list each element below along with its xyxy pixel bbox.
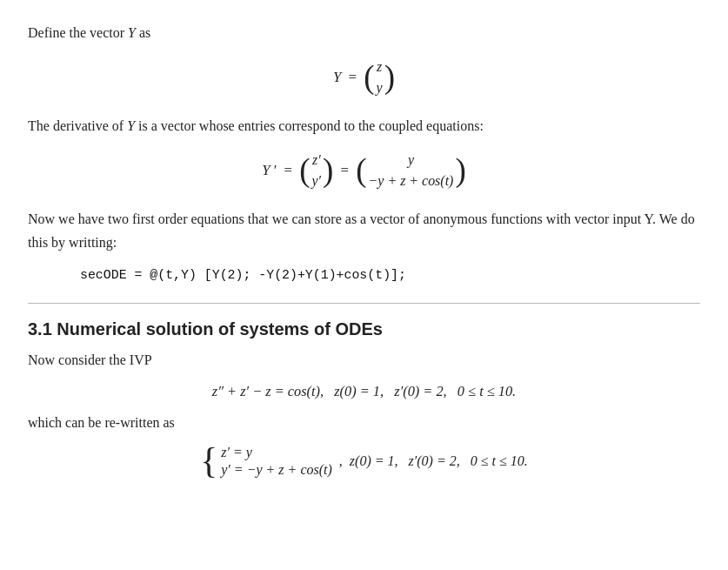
as-word: as (139, 25, 150, 40)
y-formula-row: Y = ( z y ) (28, 57, 700, 98)
y-vector-bot: y (377, 77, 383, 98)
numerical-section: 3.1 Numerical solution of systems of ODE… (28, 319, 700, 477)
equals-sign: = (344, 69, 360, 86)
rhs-bot: −y + z + cos(t) (369, 171, 454, 191)
system-eq2: y′ = −y + z + cos(t) (221, 462, 332, 478)
rhs-vector-wrap: ( y −y + z + cos(t) ) (356, 150, 465, 191)
system-block: { z′ = y y′ = −y + z + cos(t) , z(0) = 1… (28, 445, 700, 478)
rewrite-text: which can be re-written as (28, 411, 700, 434)
ivp-intro-text: Now consider the IVP (28, 348, 700, 372)
rhs-vector: y −y + z + cos(t) (369, 150, 454, 191)
yprime-vector: z′ y′ (312, 150, 322, 191)
section-heading: 3.1 Numerical solution of systems of ODE… (28, 319, 700, 339)
comma-separator: , (339, 453, 350, 469)
yprime-row: Y′ = ( z′ y′ ) = ( y −y + z + cos(t) ) (28, 150, 700, 191)
left-brace: { (200, 445, 217, 477)
two-foe-paragraph: Now we have two first order equations th… (28, 207, 700, 254)
derivative-text: The derivative of (28, 118, 124, 133)
derivative-rest: is a vector whose entries correspond to … (138, 118, 484, 133)
prime-lhs: ′ (274, 162, 277, 179)
system-equations: z′ = y y′ = −y + z + cos(t) (221, 445, 332, 478)
yprime-formula: Y′ = ( z′ y′ ) = ( y −y + z + cos(t) ) (28, 150, 700, 191)
right-paren: ) (384, 64, 395, 91)
rp1: ) (323, 157, 333, 184)
code-line: secODE = @(t,Y) [Y(2); -Y(2)+Y(1)+cos(t)… (80, 268, 406, 282)
left-paren: ( (364, 64, 374, 91)
rp2: ) (455, 157, 465, 184)
eq2: = (337, 162, 352, 179)
rhs-top: y (408, 150, 414, 171)
define-y-section: Define the vector Y as Y = ( z y ) (28, 21, 700, 98)
system-eq1: z′ = y (221, 445, 252, 460)
derivative-section: The derivative of Y is a vector whose en… (28, 114, 700, 191)
yprime-lhs: Y (262, 162, 270, 179)
yprime-top: z′ (312, 150, 321, 171)
y-var-inline: Y (128, 25, 139, 40)
two-foe-section: Now we have two first order equations th… (28, 207, 700, 282)
eq1: = (280, 162, 296, 179)
ivp-eq-text: z″ + z′ − z = cos(t), z(0) = 1, z′(0) = … (212, 383, 516, 399)
code-block: secODE = @(t,Y) [Y(2); -Y(2)+Y(1)+cos(t)… (80, 268, 700, 282)
system-ic: z(0) = 1, z′(0) = 2, 0 ≤ t ≤ 10. (350, 453, 528, 469)
derivative-paragraph: The derivative of Y is a vector whose en… (28, 114, 700, 137)
lp2: ( (356, 157, 366, 184)
section-divider (28, 303, 700, 304)
intro-paragraph: Define the vector Y as (28, 21, 700, 44)
y-definition-formula: Y = ( z y ) (28, 57, 700, 98)
intro-text: Define the vector (28, 25, 124, 40)
y-vector: z y (377, 57, 383, 98)
y-var-deriv: Y (127, 118, 138, 133)
y-vector-wrap: ( z y ) (364, 57, 395, 98)
y-vector-top: z (377, 57, 382, 77)
lp1: ( (299, 157, 310, 184)
yprime-vector-wrap: ( z′ y′ ) (299, 150, 333, 191)
ivp-equation: z″ + z′ − z = cos(t), z(0) = 1, z′(0) = … (28, 383, 700, 400)
yprime-bot: y′ (312, 171, 322, 191)
y-lhs: Y (333, 69, 341, 86)
